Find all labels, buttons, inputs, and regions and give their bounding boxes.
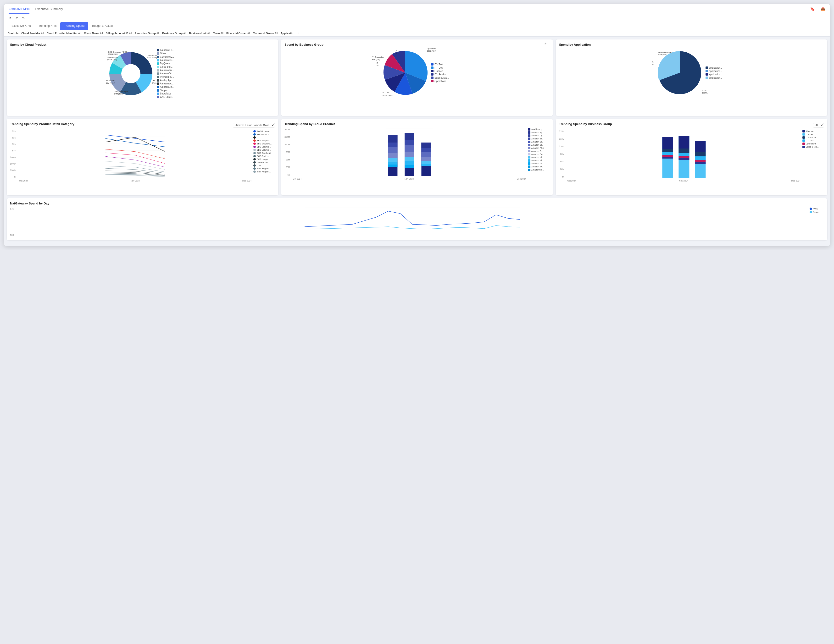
spend-by-business-group-title: Spend by Business Group — [284, 43, 549, 47]
bar-cloud-legend: Airship App... Amazon Ap... Amazon Dy...… — [528, 128, 550, 180]
natgateway-title: NatGateway Spend by Day — [10, 202, 824, 205]
legend-item: EBS Volume ... — [253, 146, 275, 148]
legend-item: EBS Snapcho... — [253, 142, 275, 145]
line-chart-nat — [17, 208, 808, 237]
legend-item: Amazon El... — [157, 49, 178, 52]
svg-rect-58 — [679, 156, 690, 158]
svg-rect-31 — [404, 157, 414, 161]
line-chart-svg — [19, 130, 251, 178]
bar-chart-cloud-svg — [293, 128, 526, 176]
legend-item: AWS Inbound — [253, 130, 275, 132]
legend-item: EC2 Overhead — [253, 152, 275, 154]
y-axis-bg: $15M$13M$10M$8M$5M$3M$0 — [559, 130, 566, 178]
filter-billing-account[interactable]: Billing Account ID All — [106, 32, 132, 35]
trending-product-title: Trending Spend by Product Detail Categor… — [10, 122, 74, 126]
svg-rect-57 — [679, 153, 690, 156]
svg-rect-61 — [695, 141, 706, 152]
legend-item: Amazon Si... — [157, 59, 178, 61]
app-annotation-tag2: application-tag-2$2M (6%) — [658, 51, 672, 56]
tab-trending-spend[interactable]: Trending Spend — [60, 22, 88, 30]
top-nav-executive-kpis[interactable]: Executive KPIs — [9, 4, 29, 14]
legend-item: Amazon Si... — [528, 156, 550, 158]
tab-executive-kpis[interactable]: Executive KPIs — [8, 22, 35, 30]
legend-item: Amazon Re... — [528, 153, 550, 155]
filter-executive-group[interactable]: Executive Group All — [135, 32, 159, 35]
trending-product-detail-card: Trending Spend by Product Detail Categor… — [7, 119, 278, 195]
toolbar: ↺ ↶ ↷ — [4, 15, 830, 22]
legend-item: Sales & Ma... — [802, 146, 824, 148]
filter-business-group[interactable]: Business Group All — [162, 32, 186, 35]
natgateway-chart-area: $7K$6K AWS — [10, 208, 824, 237]
more-button[interactable]: ⋮ — [548, 42, 551, 45]
legend-item: IT - Test — [802, 139, 824, 142]
svg-rect-33 — [404, 165, 414, 168]
svg-rect-37 — [421, 152, 431, 157]
filter-team[interactable]: Team All — [213, 32, 223, 35]
legend-item: application... — [706, 73, 727, 76]
legend-item: Finance — [431, 70, 453, 73]
legend-item: General GST — [253, 161, 275, 163]
card-actions: ⤢ ⋮ — [544, 42, 551, 45]
pie-cloud-product-container: GKE Enterprise / GDC$386K (1%) Amazon Ap… — [10, 49, 275, 98]
filter-application[interactable]: Applicatio... — [281, 32, 296, 35]
legend-item: Amazon Ap... — [157, 82, 178, 85]
spend-by-application-title: Spend by Application — [559, 43, 824, 47]
legend-item-azure: Azure — [810, 211, 824, 213]
legend-item: Amazon El... — [528, 140, 550, 143]
legend-item: application... — [706, 66, 727, 69]
legend-item: EBS Volume ... — [253, 149, 275, 151]
app-annotation-main: applic...$23M... — [702, 89, 709, 94]
svg-rect-28 — [404, 140, 414, 145]
legend-item: AmazonClo... — [528, 169, 550, 171]
legend-item: Compute E... — [157, 55, 178, 58]
filter-technical-owner[interactable]: Technical Owner All — [253, 32, 278, 35]
pie-annotation-amazon-el: Amazon El...$7M (23%) — [147, 55, 158, 59]
legend-item: Other — [157, 52, 178, 55]
filter-more-icon[interactable]: › — [298, 32, 299, 35]
filter-client-name[interactable]: Client Name All — [84, 32, 103, 35]
spend-by-application-card: Spend by Application — [556, 39, 827, 116]
legend-item: Amazon Dy... — [528, 134, 550, 137]
legend-item: EBS Snapcho... — [253, 139, 275, 142]
expand-button[interactable]: ⤢ — [544, 42, 547, 45]
pie-annotation-compute: Compute Engine$4M (12%) — [114, 90, 128, 95]
pie-cloud-product-legend: Amazon El... Other Compute E... Amazon S… — [157, 49, 178, 98]
filter-business-unit[interactable]: Business Unit All — [189, 32, 210, 35]
legend-item: Airship App... — [157, 79, 178, 82]
bar-chart-area-cloud: $15M$13M$10M$8M$5M$3M$0 — [284, 128, 549, 180]
svg-rect-29 — [404, 145, 414, 152]
bar-bg-legend: Finance IT - Dev IT - Produc... IT - Tes… — [802, 130, 824, 182]
legend-item: Inter Region ... — [253, 171, 275, 173]
undo-button[interactable]: ↺ — [8, 16, 13, 21]
legend-item: GST — [253, 164, 275, 167]
tab-trending-kpis[interactable]: Trending KPIs — [35, 22, 61, 30]
share-icon[interactable]: 📤 — [821, 7, 825, 11]
tab-budget-actual[interactable]: Budget v. Actual — [88, 22, 116, 30]
top-nav-executive-summary[interactable]: Executive Summary — [35, 4, 63, 14]
redo-button[interactable]: ↷ — [21, 16, 26, 21]
bookmark-icon[interactable]: 🔖 — [810, 7, 815, 11]
pie-annotation-other: Oth...$7M... — [152, 80, 157, 84]
pie-annotation-gke: GKE Enterprise / GDC$386K (1%) — [108, 51, 127, 55]
nat-legend: AWS Azure — [810, 208, 824, 237]
bar-chart-plot-cloud: Oct 2024Nov 2024Dec 2024 — [293, 128, 526, 180]
svg-rect-22 — [388, 153, 398, 158]
undo2-button[interactable]: ↶ — [15, 16, 19, 21]
tab-bar: Executive KPIs Trending KPIs Trending Sp… — [4, 22, 830, 30]
trending-bg-title: Trending Spend by Business Group — [559, 122, 612, 126]
svg-rect-25 — [388, 165, 398, 167]
business-group-dropdown[interactable]: All — [813, 123, 824, 128]
bg-annotation-f: F.$. — [396, 50, 398, 55]
product-detail-dropdown[interactable]: Amazon Elastic Compute Cloud — [233, 123, 275, 128]
natgateway-row: NatGateway Spend by Day $7K$6K — [7, 198, 827, 240]
natgateway-card: NatGateway Spend by Day $7K$6K — [7, 198, 827, 240]
svg-rect-32 — [404, 161, 414, 165]
filter-cloud-provider[interactable]: Cloud Provider All — [21, 32, 44, 35]
legend-item: application... — [706, 76, 727, 79]
legend-item: IT - Produc... — [802, 136, 824, 139]
trending-chart-row: Trending Spend by Product Detail Categor… — [7, 119, 827, 195]
legend-item: Amazon Si... — [528, 159, 550, 161]
filter-cloud-provider-id[interactable]: Cloud Provider Identifier All — [47, 32, 81, 35]
filter-financial-owner[interactable]: Financial Owner All — [226, 32, 250, 35]
filter-controls[interactable]: Controls — [8, 32, 18, 35]
